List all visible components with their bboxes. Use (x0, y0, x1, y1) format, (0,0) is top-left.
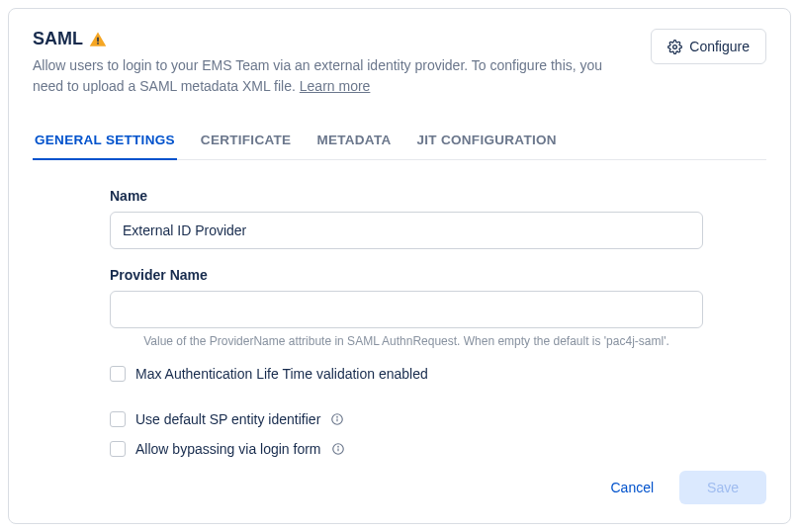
bypass-checkbox[interactable] (110, 441, 126, 457)
configure-button[interactable]: Configure (651, 29, 766, 64)
max-auth-check-row: Max Authentication Life Time validation … (110, 366, 728, 382)
name-label: Name (110, 188, 728, 204)
save-button[interactable]: Save (679, 471, 766, 504)
gear-icon (667, 40, 682, 54)
provider-helper-text: Value of the ProviderName attribute in S… (110, 334, 703, 348)
svg-point-2 (673, 44, 677, 48)
tab-metadata[interactable]: METADATA (314, 123, 393, 159)
max-auth-label: Max Authentication Life Time validation … (135, 366, 428, 382)
svg-rect-1 (97, 43, 99, 44)
bypass-check-row: Allow bypassing via login form (110, 441, 728, 457)
svg-rect-0 (97, 37, 99, 42)
default-sp-check-row: Use default SP entity identifier (110, 411, 728, 427)
form-area: Name Provider Name Value of the Provider… (33, 160, 728, 471)
configure-label: Configure (689, 39, 750, 54)
info-icon[interactable] (331, 442, 345, 456)
bypass-label: Allow bypassing via login form (135, 441, 321, 457)
cancel-button[interactable]: Cancel (606, 472, 658, 503)
saml-settings-card: SAML Allow users to login to your EMS Te… (8, 8, 791, 524)
svg-point-5 (337, 416, 338, 417)
default-sp-label: Use default SP entity identifier (135, 411, 320, 427)
provider-name-label: Provider Name (110, 267, 728, 283)
provider-name-input[interactable] (110, 291, 703, 328)
name-group: Name (110, 188, 728, 249)
learn-more-link[interactable]: Learn more (300, 78, 371, 94)
title-text: SAML (33, 29, 83, 49)
provider-group: Provider Name Value of the ProviderName … (110, 267, 728, 348)
svg-point-8 (337, 446, 338, 447)
page-title: SAML (33, 29, 635, 49)
subtitle: Allow users to login to your EMS Team vi… (33, 55, 626, 97)
tab-general-settings[interactable]: GENERAL SETTINGS (33, 123, 177, 159)
warning-icon (89, 31, 107, 48)
tabs: GENERAL SETTINGS CERTIFICATE METADATA JI… (33, 123, 766, 160)
tab-certificate[interactable]: CERTIFICATE (199, 123, 294, 159)
info-icon[interactable] (330, 412, 344, 426)
default-sp-checkbox[interactable] (110, 411, 126, 427)
max-auth-checkbox[interactable] (110, 366, 126, 382)
title-block: SAML Allow users to login to your EMS Te… (33, 29, 635, 97)
tab-jit-configuration[interactable]: JIT CONFIGURATION (415, 123, 559, 159)
card-header: SAML Allow users to login to your EMS Te… (33, 29, 766, 97)
name-input[interactable] (110, 212, 703, 249)
footer: Cancel Save (33, 471, 766, 504)
